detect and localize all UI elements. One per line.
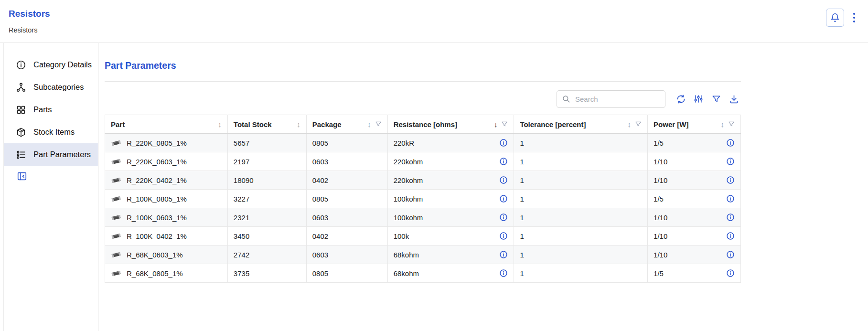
notifications-button[interactable] — [826, 9, 844, 27]
filter-button[interactable] — [709, 92, 723, 106]
refresh-button[interactable] — [674, 92, 688, 106]
info-icon[interactable] — [499, 250, 508, 259]
total-stock-value: 2197 — [227, 152, 306, 171]
table-body: R_220K_0805_1% 5657 0805 220kR 1 1/5 — [105, 134, 741, 283]
info-icon[interactable] — [726, 139, 735, 147]
breadcrumb[interactable]: Resistors — [9, 26, 50, 34]
table-row[interactable]: R_100K_0603_1% 2321 0603 100kohm 1 1/10 — [105, 208, 741, 227]
column-header-package[interactable]: Package ↕ — [306, 115, 387, 134]
download-button[interactable] — [727, 92, 741, 106]
sort-icon[interactable]: ↕ — [367, 121, 371, 128]
column-settings-button[interactable] — [691, 92, 706, 106]
power-value: 1/10 — [654, 232, 667, 240]
power-value: 1/10 — [654, 158, 667, 166]
info-icon[interactable] — [499, 176, 508, 184]
column-header-tolerance[interactable]: Tolerance [percent] ↕ — [514, 115, 648, 134]
table-row[interactable]: R_68K_0805_1% 3735 0805 68kohm 1 1/5 — [105, 264, 741, 283]
tolerance-value: 1 — [514, 227, 648, 246]
resistance-value: 220kR — [394, 139, 414, 147]
resistance-value: 68kohm — [394, 251, 419, 259]
info-icon[interactable] — [499, 269, 508, 278]
resistor-thumbnail-icon — [111, 214, 121, 221]
sidebar-item-subcategories[interactable]: Subcategories — [4, 76, 98, 98]
package-value: 0805 — [306, 134, 387, 152]
table-header-row: Part ↕ Total Stock ↕ — [105, 115, 741, 134]
part-parameters-table: Part ↕ Total Stock ↕ — [105, 115, 741, 283]
column-label: Package — [312, 120, 342, 128]
overflow-menu-button[interactable] — [850, 9, 858, 26]
column-filter-icon[interactable] — [635, 121, 642, 128]
table-row[interactable]: R_220K_0402_1% 18090 0402 220kohm 1 1/10 — [105, 171, 741, 190]
info-icon[interactable] — [499, 194, 508, 203]
info-icon[interactable] — [499, 232, 508, 240]
column-label: Tolerance [percent] — [520, 120, 586, 128]
sidebar-item-label: Parts — [33, 105, 52, 114]
search-icon — [562, 95, 570, 103]
column-header-total-stock[interactable]: Total Stock ↕ — [227, 115, 306, 134]
column-filter-icon[interactable] — [375, 121, 382, 128]
table-row[interactable]: R_68K_0603_1% 2742 0603 68kohm 1 1/10 — [105, 246, 741, 264]
info-icon[interactable] — [726, 194, 735, 203]
table-row[interactable]: R_100K_0805_1% 3227 0805 100kohm 1 1/5 — [105, 190, 741, 208]
sort-icon[interactable]: ↕ — [721, 121, 725, 128]
power-value: 1/5 — [654, 195, 664, 203]
tolerance-value: 1 — [514, 134, 648, 152]
package-value: 0805 — [306, 264, 387, 283]
column-header-part[interactable]: Part ↕ — [105, 115, 228, 134]
column-filter-icon[interactable] — [728, 121, 735, 128]
total-stock-value: 2742 — [227, 246, 306, 264]
column-filter-icon[interactable] — [501, 121, 508, 128]
tolerance-value: 1 — [514, 152, 648, 171]
sidebar-collapse-button[interactable] — [16, 170, 28, 182]
package-value: 0805 — [306, 190, 387, 208]
part-name: R_68K_0603_1% — [127, 251, 183, 259]
power-value: 1/10 — [654, 251, 667, 259]
column-header-power[interactable]: Power [W] ↕ — [648, 115, 741, 134]
info-icon[interactable] — [499, 213, 508, 222]
total-stock-value: 5657 — [227, 134, 306, 152]
column-header-resistance[interactable]: Resistance [ohms] ↓ — [387, 115, 514, 134]
sidebar-item-category-details[interactable]: Category Details — [4, 53, 98, 76]
part-name: R_220K_0603_1% — [127, 158, 187, 166]
sidebar-item-parts[interactable]: Parts — [4, 98, 98, 121]
table-row[interactable]: R_220K_0805_1% 5657 0805 220kR 1 1/5 — [105, 134, 741, 152]
power-value: 1/5 — [654, 269, 664, 278]
total-stock-value: 3227 — [227, 190, 306, 208]
search-box — [557, 90, 665, 108]
sort-icon[interactable]: ↕ — [218, 121, 222, 128]
info-icon[interactable] — [726, 232, 735, 240]
info-icon[interactable] — [726, 269, 735, 278]
hierarchy-icon — [16, 82, 26, 93]
sort-icon[interactable]: ↓ — [494, 121, 498, 128]
resistor-thumbnail-icon — [111, 251, 121, 258]
search-input[interactable] — [574, 95, 660, 104]
grid-toolbar — [105, 90, 741, 108]
section-title: Part Parameters — [105, 60, 741, 71]
info-icon[interactable] — [726, 250, 735, 259]
package-value: 0402 — [306, 227, 387, 246]
resistor-thumbnail-icon — [111, 195, 121, 203]
refresh-icon — [676, 94, 686, 104]
sidebar-item-part-parameters[interactable]: Part Parameters — [4, 143, 98, 166]
column-label: Resistance [ohms] — [394, 120, 457, 128]
sort-icon[interactable]: ↕ — [628, 121, 632, 128]
resistance-value: 220kohm — [394, 158, 423, 166]
sidebar-item-stock-items[interactable]: Stock Items — [4, 121, 98, 143]
table-row[interactable]: R_100K_0402_1% 3450 0402 100k 1 1/10 — [105, 227, 741, 246]
part-name: R_220K_0805_1% — [127, 139, 187, 147]
info-icon[interactable] — [499, 139, 508, 147]
info-icon[interactable] — [726, 176, 735, 184]
part-name: R_68K_0805_1% — [127, 269, 183, 278]
sort-icon[interactable]: ↕ — [297, 121, 300, 128]
info-icon[interactable] — [499, 157, 508, 166]
package-value: 0603 — [306, 246, 387, 264]
power-value: 1/5 — [654, 139, 664, 147]
total-stock-value: 3735 — [227, 264, 306, 283]
info-icon[interactable] — [726, 213, 735, 222]
tolerance-value: 1 — [514, 264, 648, 283]
resistance-value: 100kohm — [394, 214, 423, 222]
table-row[interactable]: R_220K_0603_1% 2197 0603 220kohm 1 1/10 — [105, 152, 741, 171]
tolerance-value: 1 — [514, 208, 648, 227]
info-icon — [16, 60, 26, 70]
info-icon[interactable] — [726, 157, 735, 166]
